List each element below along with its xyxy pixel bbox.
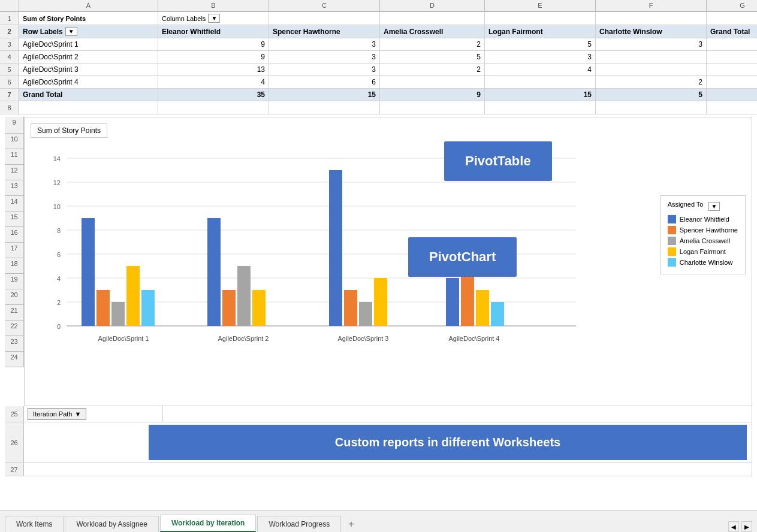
legend-title: Assigned To (668, 201, 704, 208)
col-header-g: G (707, 0, 757, 11)
cell-5e: 4 (485, 64, 596, 75)
legend-header: Assigned To ▼ (668, 201, 738, 211)
row-num-13: 13 (5, 180, 24, 196)
column-labels-dropdown[interactable]: ▼ (208, 14, 220, 23)
cell-8d (380, 101, 485, 114)
tab-workload-by-assignee[interactable]: Workload by Assignee (65, 516, 159, 532)
bar-s2-eleanor (207, 218, 221, 326)
row-6: 6 AgileDoc\Sprint 4 4 6 2 15 (0, 76, 757, 89)
scroll-left-btn[interactable]: ◀ (728, 521, 739, 532)
cell-6e (485, 76, 596, 88)
cell-4e: 3 (485, 51, 596, 63)
row-num-19: 19 (5, 274, 24, 289)
row-5: 5 AgileDoc\Sprint 3 13 3 2 4 22 (0, 64, 757, 76)
row-2: 2 Row Labels ▼ Eleanor Whitfield Spencer… (0, 25, 757, 38)
svg-text:0: 0 (57, 323, 61, 330)
cell-4b: 9 (158, 51, 269, 63)
bar-s3-eleanor (329, 170, 342, 326)
tab-add-button[interactable]: + (342, 516, 360, 532)
legend-item-logan: Logan Fairmont (668, 247, 738, 256)
cell-2g: Grand Total (707, 25, 757, 38)
cell-3c: 3 (269, 38, 380, 50)
chart-title-label: Sum of Story Points (31, 123, 107, 138)
row-num-10: 10 (5, 134, 24, 149)
pivot-chart-label: PivotChart (408, 237, 517, 277)
cell-26-full: Custom reports in different Worksheets (24, 422, 752, 463)
cell-7a: Grand Total (19, 89, 158, 101)
legend-color-eleanor (668, 215, 676, 223)
bar-s3-logan (374, 278, 387, 326)
cell-3f: 3 (596, 38, 707, 50)
row-27: 27 (5, 463, 752, 476)
cell-1e (485, 12, 596, 25)
tab-bar: Work Items Workload by Assignee Workload… (0, 510, 757, 532)
cell-8b (158, 101, 269, 114)
scroll-right-btn[interactable]: ▶ (741, 521, 752, 532)
chart-legend: Assigned To ▼ Eleanor Whitfield Spencer … (660, 195, 746, 274)
svg-text:4: 4 (57, 275, 61, 282)
cell-2e: Logan Fairmont (485, 25, 596, 38)
svg-text:2: 2 (57, 299, 61, 306)
spreadsheet-wrapper: A B C D E F G 1 Sum of Story Points Colu… (0, 0, 757, 532)
legend-label-logan: Logan Fairmont (680, 248, 726, 255)
row-1: 1 Sum of Story Points Column Labels ▼ (0, 12, 757, 25)
svg-text:12: 12 (53, 179, 61, 186)
legend-label-amelia: Amelia Crosswell (680, 237, 730, 244)
cell-1d (380, 12, 485, 25)
row-num-7: 7 (0, 89, 19, 101)
cell-5a: AgileDoc\Sprint 3 (19, 64, 158, 75)
main-content: 1 Sum of Story Points Column Labels ▼ 2 … (0, 12, 757, 532)
cell-25-rest (163, 406, 752, 422)
legend-color-amelia (668, 237, 676, 245)
legend-dropdown-btn[interactable]: ▼ (708, 202, 720, 211)
row-labels-dropdown[interactable]: ▼ (65, 27, 77, 36)
row-num-9: 9 (5, 117, 24, 134)
row-num-8: 8 (0, 101, 19, 114)
col-header-f: F (596, 0, 707, 11)
tab-workload-progress[interactable]: Workload Progress (257, 516, 341, 532)
col-header-b: B (158, 0, 269, 11)
col-header-c: C (269, 0, 380, 11)
legend-color-spencer (668, 226, 676, 234)
cell-1a: Sum of Story Points (19, 12, 158, 25)
row-num-6: 6 (0, 76, 19, 88)
cell-2a: Row Labels ▼ (19, 25, 158, 38)
cell-1c (269, 12, 380, 25)
cell-2d: Amelia Crosswell (380, 25, 485, 38)
bar-s2-logan (252, 290, 266, 326)
legend-label-eleanor: Eleanor Whitfield (680, 216, 729, 223)
row-num-21: 21 (5, 305, 24, 321)
iteration-path-btn[interactable]: Iteration Path ▼ (28, 408, 86, 420)
cell-6d (380, 76, 485, 88)
cell-8f (596, 101, 707, 114)
tab-work-items[interactable]: Work Items (5, 516, 64, 532)
row-25: 25 Iteration Path ▼ (5, 406, 752, 422)
col-header-a: A (19, 0, 158, 11)
chart-section: 9 10 11 12 13 14 15 16 17 18 19 20 21 22… (0, 114, 757, 510)
row-num-26: 26 (5, 422, 24, 463)
x-label-s1: AgileDoc\Sprint 1 (98, 335, 149, 342)
bar-s2-amelia (237, 266, 251, 326)
row-num-15: 15 (5, 211, 24, 227)
cell-8a (19, 101, 158, 114)
legend-item-amelia: Amelia Crosswell (668, 237, 738, 245)
column-labels-text: Column Labels (162, 15, 206, 22)
bar-s3-spencer (344, 290, 357, 326)
chart-container: Sum of Story Points PivotTable PivotChar… (24, 117, 752, 406)
scrollbar-area: ◀ ▶ (728, 521, 757, 532)
row-num-1: 1 (0, 12, 19, 25)
x-label-s4: AgileDoc\Sprint 4 (449, 335, 500, 342)
cell-5g: 22 (707, 64, 757, 75)
legend-item-spencer: Spencer Hawthorne (668, 226, 738, 234)
cell-27-rest (24, 463, 752, 476)
bar-s3-amelia (359, 302, 372, 326)
cell-6c: 6 (269, 76, 380, 88)
cell-4c: 3 (269, 51, 380, 63)
row-num-11: 11 (5, 149, 24, 165)
svg-text:14: 14 (53, 155, 61, 162)
svg-text:10: 10 (53, 203, 61, 210)
chart-row-numbers: 9 10 11 12 13 14 15 16 17 18 19 20 21 22… (5, 117, 24, 367)
tab-workload-by-iteration[interactable]: Workload by Iteration (160, 515, 256, 532)
callout-banner: Custom reports in different Worksheets (149, 425, 747, 460)
cell-8g (707, 101, 757, 114)
